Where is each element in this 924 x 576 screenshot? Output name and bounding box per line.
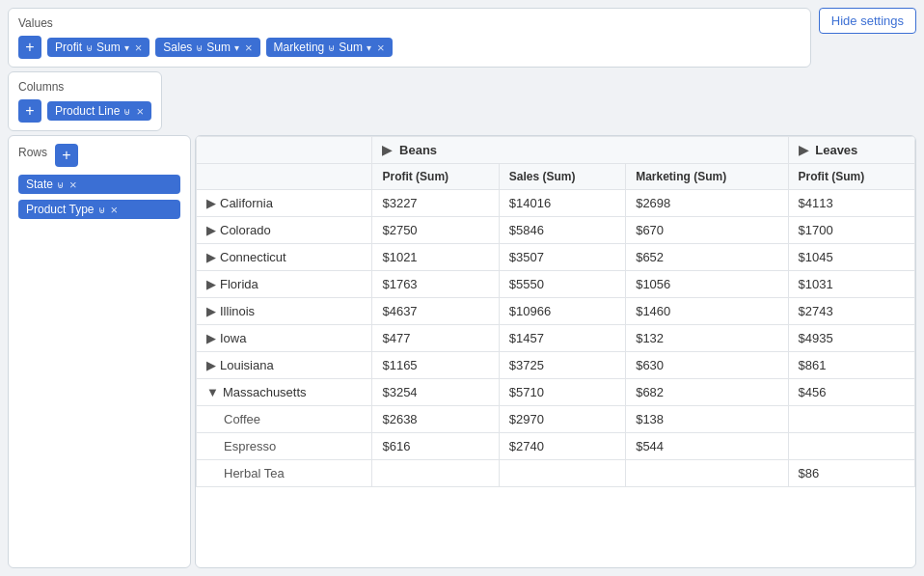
row-expand-icon[interactable]: ▶ [206, 331, 216, 345]
value-cell: $2698 [626, 190, 788, 217]
sales-remove-button[interactable]: × [245, 41, 253, 54]
row-label-cell: ▼Massachusetts [197, 379, 372, 406]
value-cell: $132 [626, 325, 788, 352]
value-cell: $3254 [372, 379, 499, 406]
row-label-text: California [220, 196, 273, 210]
value-cell: $630 [626, 352, 788, 379]
value-cell: $10966 [499, 298, 625, 325]
beans-group-label: Beans [399, 143, 437, 157]
value-cell: $1700 [788, 217, 914, 244]
value-cell: $1165 [372, 352, 499, 379]
row-label-cell: Coffee [197, 406, 372, 433]
marketing-pill[interactable]: Marketing ⊎ Sum ▾ × [266, 38, 393, 57]
value-cell: $2750 [372, 217, 499, 244]
app-container: Values + Profit ⊎ Sum ▾ × Sales ⊎ [0, 0, 924, 576]
data-table-wrapper: ▶ Beans ▶ Leaves Profit (Sum) Sales (Sum… [195, 135, 916, 568]
columns-add-button[interactable]: + [18, 99, 41, 123]
columns-panel: Columns + Product Line ⊎ × [8, 71, 162, 131]
rows-panel: Rows + State ⊎ × Product Type ⊎ × [8, 135, 191, 568]
hide-settings-button[interactable]: Hide settings [819, 8, 916, 34]
sales-dropdown-icon: ▾ [234, 42, 239, 53]
profit-filter-icon: ⊎ [86, 42, 93, 53]
profit-pill[interactable]: Profit ⊎ Sum ▾ × [47, 38, 149, 57]
rows-header: Rows + [18, 144, 180, 167]
values-add-button[interactable]: + [18, 36, 41, 59]
state-pill[interactable]: State ⊎ × [18, 175, 180, 194]
beans-expand-icon[interactable]: ▶ [382, 143, 392, 157]
sales-pill[interactable]: Sales ⊎ Sum ▾ × [155, 38, 259, 57]
state-remove-button[interactable]: × [69, 178, 77, 191]
beans-sales-header: Sales (Sum) [499, 164, 625, 190]
table-row: ▶Iowa$477$1457$132$4935 [197, 325, 915, 352]
values-panel: Values + Profit ⊎ Sum ▾ × Sales ⊎ [8, 8, 811, 68]
table-row: ▶Illinois$4637$10966$1460$2743 [197, 298, 915, 325]
profit-remove-button[interactable]: × [135, 41, 143, 54]
row-label-text: Iowa [220, 331, 246, 345]
leaves-profit-header: Profit (Sum) [788, 164, 914, 190]
values-pill-row: + Profit ⊎ Sum ▾ × Sales ⊎ Sum ▾ [18, 36, 801, 59]
marketing-label: Marketing [274, 41, 325, 54]
row-label-cell: ▶Florida [197, 271, 372, 298]
row-expand-icon[interactable]: ▶ [206, 223, 216, 237]
profit-agg: Sum [96, 41, 121, 54]
product-line-remove-button[interactable]: × [136, 105, 144, 118]
row-expand-icon[interactable]: ▶ [206, 277, 216, 291]
columns-panel-title: Columns [18, 80, 151, 94]
value-cell: $1045 [788, 244, 914, 271]
table-row: ▼Massachusetts$3254$5710$682$456 [197, 379, 915, 406]
value-cell: $682 [626, 379, 788, 406]
value-cell: $1457 [499, 325, 625, 352]
row-label-cell: ▶Illinois [197, 298, 372, 325]
marketing-agg: Sum [339, 41, 363, 54]
row-label-cell: ▶Iowa [197, 325, 372, 352]
sales-label: Sales [163, 41, 192, 54]
product-type-label: Product Type [26, 203, 95, 216]
row-label-header [197, 164, 372, 190]
row-label-text: Connecticut [220, 250, 286, 264]
row-expand-icon[interactable]: ▶ [206, 358, 216, 372]
table-row: ▶California$3227$14016$2698$4113 [197, 190, 915, 217]
row-label-text: Herbal Tea [224, 466, 285, 480]
beans-group-header: ▶ Beans [372, 137, 788, 164]
row-label-cell: ▶Connecticut [197, 244, 372, 271]
row-label-cell: ▶Colorado [197, 217, 372, 244]
state-label: State [26, 178, 53, 191]
leaves-expand-icon[interactable]: ▶ [799, 143, 808, 157]
row-expand-icon[interactable]: ▶ [206, 304, 216, 318]
row-label-text: Illinois [220, 304, 255, 318]
value-cell [372, 460, 499, 487]
value-cell: $616 [372, 433, 499, 460]
sales-agg: Sum [206, 41, 231, 54]
value-cell: $1763 [372, 271, 499, 298]
product-line-pill[interactable]: Product Line ⊎ × [47, 101, 151, 121]
table-row: Coffee$2638$2970$138 [197, 406, 915, 433]
value-cell: $1021 [372, 244, 499, 271]
row-label-text: Florida [220, 277, 258, 291]
product-type-remove-button[interactable]: × [111, 204, 119, 216]
sales-filter-icon: ⊎ [196, 42, 203, 53]
row-label-cell: ▶California [197, 190, 372, 217]
table-row: ▶Louisiana$1165$3725$630$861 [197, 352, 915, 379]
marketing-filter-icon: ⊎ [328, 42, 335, 53]
table-row: ▶Colorado$2750$5846$670$1700 [197, 217, 915, 244]
rows-add-button[interactable]: + [55, 144, 78, 167]
top-bar: Values + Profit ⊎ Sum ▾ × Sales ⊎ [8, 8, 916, 131]
main-area: Rows + State ⊎ × Product Type ⊎ × [8, 135, 916, 568]
profit-dropdown-icon: ▾ [124, 42, 129, 53]
value-cell: $861 [788, 352, 914, 379]
value-cell [788, 433, 914, 460]
table-body: ▶California$3227$14016$2698$4113▶Colorad… [197, 190, 915, 487]
value-cell: $86 [788, 460, 914, 487]
value-cell: $544 [626, 433, 788, 460]
row-label-text: Louisiana [220, 358, 274, 372]
row-expand-icon[interactable]: ▶ [206, 196, 216, 210]
row-expand-icon[interactable]: ▶ [206, 250, 216, 264]
value-cell: $2740 [499, 433, 625, 460]
value-cell: $2743 [788, 298, 914, 325]
product-type-pill[interactable]: Product Type ⊎ × [18, 200, 180, 219]
marketing-remove-button[interactable]: × [377, 41, 385, 54]
columns-pill-row: + Product Line ⊎ × [18, 99, 151, 123]
row-expand-icon[interactable]: ▼ [206, 385, 219, 399]
value-cell: $138 [626, 406, 788, 433]
beans-marketing-header: Marketing (Sum) [626, 164, 788, 190]
